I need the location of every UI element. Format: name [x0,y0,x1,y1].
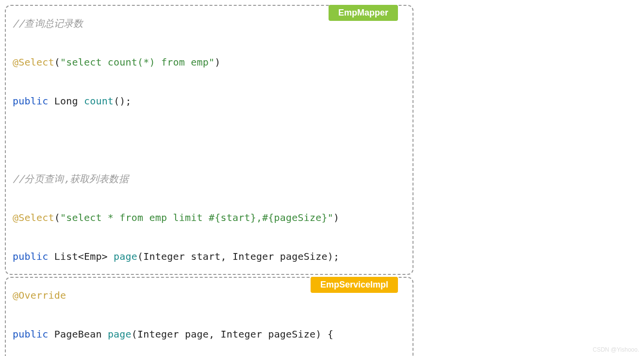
code-empmapper: //查询总记录数 @Select("select count(*) from e… [13,14,406,266]
annotation: @Select [13,212,54,223]
method-name: page [108,328,132,340]
type: List<Emp> [48,251,114,262]
keyword: public [13,95,48,107]
keyword: public [13,328,48,340]
comment: //查询总记录数 [13,17,83,29]
rest: (Integer page, Integer pageSize) { [132,328,333,340]
keyword: public [13,251,48,262]
string-literal: "select count(*) from emp" [60,56,215,68]
rest: (Integer start, Integer pageSize); [137,251,339,262]
punct: ) [333,212,339,223]
rest: (); [114,95,132,107]
method-name: count [84,95,114,107]
watermark: CSDN @Yishooo. [593,346,639,353]
code-block-empserviceimpl: EmpServiceImpl @Override public PageBean… [5,277,413,356]
tag-empmapper: EmpMapper [329,5,398,21]
tag-empserviceimpl: EmpServiceImpl [311,277,398,293]
comment: //分页查询,获取列表数据 [13,173,129,185]
punct: ) [215,56,220,68]
code-block-empmapper: EmpMapper //查询总记录数 @Select("select count… [5,5,413,275]
punct: ( [54,56,60,68]
string-literal: "select * from emp limit #{start},#{page… [60,212,333,223]
code-empserviceimpl: @Override public PageBean page(Integer p… [13,286,406,356]
annotation: @Select [13,56,54,68]
punct: ( [54,212,60,223]
type: Long [48,95,83,107]
annotation: @Override [13,289,66,301]
type: PageBean [48,328,107,340]
method-name: page [114,251,137,262]
